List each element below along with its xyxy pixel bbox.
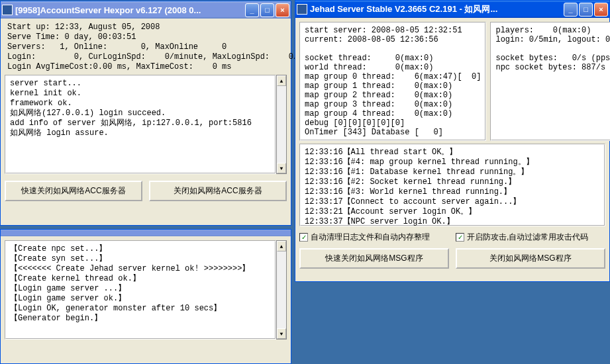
- thread-stats-panel: start server: 2008-08-05 12:32:51 curren…: [299, 22, 486, 141]
- log-line: framework ok.: [10, 99, 271, 109]
- log-line: 12:33:17【Connect to account server again…: [305, 197, 600, 207]
- log-line: 【Login OK, generator monster after 10 se…: [10, 304, 271, 314]
- servers-line: Servers: 1, Online: 0, MaxOnline 0: [7, 42, 284, 52]
- close-button[interactable]: ×: [276, 3, 289, 17]
- log-line: 12:33:16【#2: Socket kernel thread runnin…: [305, 177, 600, 187]
- quick-close-msg-button[interactable]: 快速关闭如风网络MSG程序: [299, 248, 449, 269]
- scroll-down-icon[interactable]: ▼: [277, 163, 286, 173]
- log-line: 12:33:16【#4: map group kernel thread run…: [305, 158, 600, 167]
- close-acc-button[interactable]: 关闭如风网络ACC服务器: [149, 181, 287, 201]
- scroll-up-icon[interactable]: ▲: [277, 75, 286, 86]
- log-line: server start...: [10, 79, 271, 89]
- serve-time-line: Serve Time: 0 day, 00:03:51: [7, 32, 284, 42]
- log-line: 12:33:16【#3: World kernel thread running…: [305, 187, 600, 197]
- app-icon: [297, 4, 307, 15]
- anti-attack-option[interactable]: ✓ 开启防攻击,自动过滤常用攻击代码: [456, 232, 605, 243]
- log-line: 12:33:37【NPC server login OK.】: [305, 217, 600, 227]
- checkbox-label: 开启防攻击,自动过滤常用攻击代码: [467, 232, 588, 243]
- player-stats-panel: players: 0(max:0) login: 0/5min, logout:…: [490, 22, 610, 141]
- scrollbar[interactable]: ▲ ▼: [276, 75, 287, 174]
- log-line: 【Create kernel thread ok.】: [10, 274, 271, 284]
- minimize-button[interactable]: _: [245, 3, 259, 17]
- startup-line: Start up: 12:33, August 05, 2008: [7, 23, 284, 32]
- scroll-track[interactable]: [277, 251, 286, 328]
- log-line: kernel init ok.: [10, 89, 271, 99]
- titlebar[interactable]: Jehad Server Stable V2.3665 C2.191 - 如风网…: [295, 1, 609, 18]
- npc-log-panel: 【Create npc set...】 【Create syn set...】 …: [5, 240, 276, 340]
- log-line: 如风网络 login assure.: [10, 128, 271, 138]
- log-line: 【Create syn set...】: [10, 254, 271, 264]
- window-title: [9958]AccountServer Hexpor v6.127 (2008 …: [15, 5, 245, 15]
- jehad-server-window: Jehad Server Stable V2.3665 C2.191 - 如风网…: [295, 0, 610, 282]
- login-line: Login: 0, CurLoginSpd: 0/minute, MaxLogi…: [7, 52, 284, 62]
- scroll-down-icon[interactable]: ▼: [277, 328, 286, 339]
- maximize-button[interactable]: □: [260, 3, 274, 17]
- login-cost-line: Login AvgTimeCost:0.00 ms, MaxTimeCost: …: [7, 62, 284, 72]
- stats-panels: start server: 2008-08-05 12:32:51 curren…: [299, 22, 605, 141]
- checkbox-checked-icon[interactable]: ✓: [456, 233, 464, 242]
- log-line: 【Generator begin.】: [10, 314, 271, 324]
- log-line: 【Login game server ...】: [10, 284, 271, 294]
- log-line: 12:33:16【#1: Database kernel thread runn…: [305, 167, 600, 177]
- minimize-button[interactable]: _: [564, 3, 578, 17]
- auto-clean-option[interactable]: ✓ 自动清理日志文件和自动内存整理: [299, 232, 449, 243]
- close-msg-button[interactable]: 关闭如风网络MSG程序: [456, 248, 605, 269]
- account-server-window: [9958]AccountServer Hexpor v6.127 (2008 …: [0, 1, 291, 226]
- scrollbar[interactable]: ▲ ▼: [276, 240, 287, 340]
- scroll-up-icon[interactable]: ▲: [277, 241, 286, 251]
- npc-server-window: 【Create npc set...】 【Create syn set...】 …: [0, 229, 291, 364]
- log-line: 【Login game server ok.】: [10, 294, 271, 304]
- checkbox-checked-icon[interactable]: ✓: [299, 233, 308, 242]
- jehad-log-panel: 12:33:16【All thread start OK。】 12:33:16【…: [299, 144, 605, 226]
- titlebar[interactable]: [9958]AccountServer Hexpor v6.127 (2008 …: [1, 1, 291, 19]
- maximize-button[interactable]: □: [579, 3, 593, 17]
- server-info-panel: Start up: 12:33, August 05, 2008 Serve T…: [5, 23, 287, 72]
- log-line: 【<<<<<<< Create Jehad server kernel ok! …: [10, 264, 271, 274]
- checkbox-label: 自动清理日志文件和自动内存整理: [311, 232, 430, 243]
- log-panel: server start... kernel init ok. framewor…: [5, 75, 276, 174]
- titlebar[interactable]: [1, 230, 291, 236]
- window-title: Jehad Server Stable V2.3665 C2.191 - 如风网…: [310, 3, 564, 15]
- quick-close-acc-button[interactable]: 快速关闭如风网络ACC服务器: [5, 181, 142, 201]
- log-line: add info of server 如风网络, ip:127.0.0.1, p…: [10, 118, 271, 128]
- log-line: 【Create npc set...】: [10, 244, 271, 254]
- log-line: 12:33:16【All thread start OK。】: [305, 148, 600, 158]
- scroll-track[interactable]: [277, 86, 286, 163]
- log-line: 如风网络(127.0.0.1) login succeed.: [10, 109, 271, 118]
- log-line: 12:33:21【Account server login OK。】: [305, 207, 600, 217]
- app-icon: [2, 5, 13, 15]
- close-button[interactable]: ×: [594, 3, 608, 17]
